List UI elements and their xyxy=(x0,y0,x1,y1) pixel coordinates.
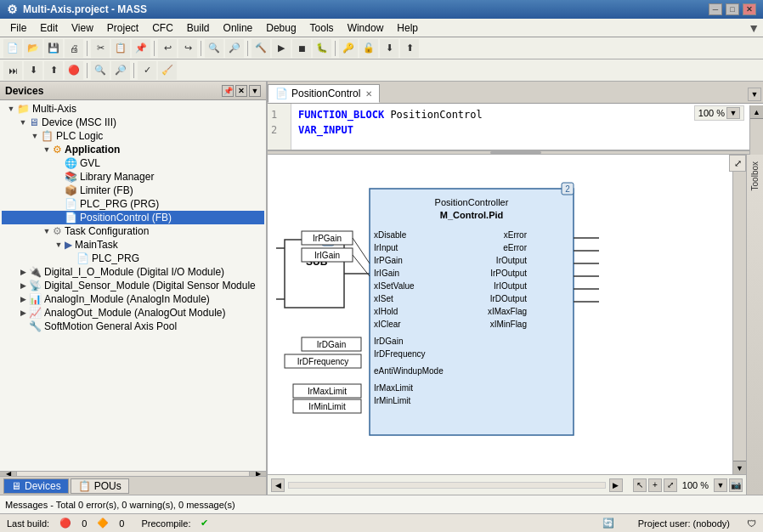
tree-item-application[interactable]: ▼ ⚙ Application xyxy=(2,143,264,156)
menu-tools[interactable]: Tools xyxy=(303,20,341,36)
taskconfig-icon: ⚙ xyxy=(53,225,62,237)
download-button[interactable]: ⬇ xyxy=(380,39,398,58)
tree-item-analogin[interactable]: ▶ 📊 AnalogIn_Module (AnalogIn Module) xyxy=(2,292,264,306)
clean-button[interactable]: 🧹 xyxy=(158,61,177,80)
zoom-dropdown-button[interactable]: ▼ xyxy=(726,107,740,119)
output-eError: eError xyxy=(503,243,527,252)
findreplace-button[interactable]: 🔎 xyxy=(225,39,244,58)
positioncontrol-tab[interactable]: 📄 PositionControl ✕ xyxy=(268,84,380,103)
pous-tab-icon: 📋 xyxy=(78,480,91,492)
expand-digital-sensor[interactable]: ▶ xyxy=(17,280,29,291)
minimize-button[interactable]: ─ xyxy=(709,3,722,15)
devices-tab[interactable]: 🖥 Devices xyxy=(3,478,69,494)
tab-scroll-btn[interactable]: ▼ xyxy=(748,88,761,101)
toolbox-panel[interactable]: Toolbox xyxy=(746,155,763,495)
digital-io-label: Digital_I_O_Module (Digital I/O Module) xyxy=(44,266,224,278)
menu-build[interactable]: Build xyxy=(180,20,217,36)
tree-item-taskconfig[interactable]: ▼ ⚙ Task Configuration xyxy=(2,224,264,238)
expand-analogin[interactable]: ▶ xyxy=(17,293,29,305)
diagram-vscrollbar[interactable]: ▲ ▼ xyxy=(732,155,746,474)
logout-button[interactable]: 🔓 xyxy=(359,39,378,58)
panel-scroll-down[interactable]: ▼ xyxy=(249,85,261,97)
open-button[interactable]: 📂 xyxy=(24,39,42,58)
irmin-label: IrMinLimit xyxy=(308,402,346,411)
bp-button[interactable]: 🔴 xyxy=(65,61,83,80)
expand-taskconfig[interactable]: ▼ xyxy=(41,225,53,237)
zoom-in-diagram-button[interactable]: + xyxy=(648,478,662,492)
copy-button[interactable]: 📋 xyxy=(111,39,130,58)
diagram-zoom-dropdown[interactable]: ▼ xyxy=(714,478,727,492)
cut-button[interactable]: ✂ xyxy=(91,39,110,58)
code-editor[interactable]: FUNCTION_BLOCK PositionControl VAR_INPUT xyxy=(291,104,763,150)
diagram-hscroll-track[interactable] xyxy=(288,482,606,489)
diagram-fit-button[interactable]: ⤢ xyxy=(729,155,746,172)
menu-debug[interactable]: Debug xyxy=(259,20,302,36)
zoom-in-button[interactable]: 🔍 xyxy=(91,61,110,80)
diagram-scroll-right[interactable]: ▶ xyxy=(609,478,623,492)
tree-item-libmanager[interactable]: ▶ 📚 Library Manager xyxy=(2,170,264,184)
tree-item-maintask[interactable]: ▼ ▶ MainTask xyxy=(2,238,264,252)
menu-file[interactable]: File xyxy=(3,20,33,36)
zoom-fit-diagram-button[interactable]: ⤢ xyxy=(664,478,677,492)
tree-item-plcprg2[interactable]: ▶ 📄 PLC_PRG xyxy=(2,252,264,265)
step-out-button[interactable]: ⬆ xyxy=(44,61,63,80)
zoom-out-button[interactable]: 🔎 xyxy=(111,61,130,80)
maximize-button[interactable]: □ xyxy=(726,3,739,15)
upload-button[interactable]: ⬆ xyxy=(400,39,419,58)
expand-multiaxis[interactable]: ▼ xyxy=(5,103,17,115)
tree-item-digital-io[interactable]: ▶ 🔌 Digital_I_O_Module (Digital I/O Modu… xyxy=(2,265,264,279)
toolbox-label[interactable]: Toolbox xyxy=(750,161,760,190)
step-into-button[interactable]: ⬇ xyxy=(24,61,42,80)
panel-close-button[interactable]: ✕ xyxy=(235,85,247,97)
menu-online[interactable]: Online xyxy=(217,20,260,36)
find-button[interactable]: 🔍 xyxy=(205,39,223,58)
expand-maintask[interactable]: ▼ xyxy=(53,239,65,251)
expand-device[interactable]: ▼ xyxy=(17,116,29,128)
cursor-tool-button[interactable]: ↖ xyxy=(633,478,647,492)
tree-item-positioncontrol[interactable]: ▶ 📄 PositionControl (FB) xyxy=(2,211,264,224)
tree-item-multiaxis[interactable]: ▼ 📁 Multi-Axis xyxy=(2,102,264,116)
tree-item-device[interactable]: ▼ 🖥 Device (MSC III) xyxy=(2,116,264,129)
login-button[interactable]: 🔑 xyxy=(339,39,358,58)
close-button[interactable]: ✕ xyxy=(743,3,756,15)
expand-analogout[interactable]: ▶ xyxy=(17,307,29,319)
menu-help[interactable]: Help xyxy=(390,20,425,36)
menu-view[interactable]: View xyxy=(65,20,100,36)
tree-item-plclogic[interactable]: ▼ 📋 PLC Logic xyxy=(2,129,264,143)
code-scroll-up[interactable]: ▲ xyxy=(750,105,763,119)
tree-item-gvl[interactable]: ▶ 🌐 GVL xyxy=(2,156,264,170)
run-button[interactable]: ▶ xyxy=(272,39,291,58)
stop-button[interactable]: ⏹ xyxy=(292,39,311,58)
check-button[interactable]: ✓ xyxy=(138,61,156,80)
undo-button[interactable]: ↩ xyxy=(158,39,177,58)
menu-cfc[interactable]: CFC xyxy=(145,20,180,36)
expand-plclogic[interactable]: ▼ xyxy=(29,130,41,142)
diagram-scroll-left[interactable]: ◀ xyxy=(271,478,285,492)
paste-button[interactable]: 📌 xyxy=(132,39,150,58)
tree-item-digital-sensor[interactable]: ▶ 📡 Digital_Sensor_Module (Digital Senso… xyxy=(2,279,264,292)
print-button[interactable]: 🖨 xyxy=(65,39,83,58)
expand-application[interactable]: ▼ xyxy=(41,144,53,156)
menu-project[interactable]: Project xyxy=(100,20,145,36)
save-button[interactable]: 💾 xyxy=(44,39,63,58)
tree-item-softmotion[interactable]: ▶ 🔧 SoftMotion General Axis Pool xyxy=(2,320,264,333)
menu-window[interactable]: Window xyxy=(341,20,391,36)
tab-close-button[interactable]: ✕ xyxy=(365,89,372,99)
expand-digital-io[interactable]: ▶ xyxy=(17,266,29,278)
tree-item-plcprg[interactable]: ▶ 📄 PLC_PRG (PRG) xyxy=(2,197,264,211)
diagram-scroll-down[interactable]: ▼ xyxy=(733,461,746,474)
menu-edit[interactable]: Edit xyxy=(33,20,65,36)
input-IrIGain: IrIGain xyxy=(374,269,399,278)
new-button[interactable]: 📄 xyxy=(3,39,22,58)
debug-button[interactable]: 🐛 xyxy=(313,39,331,58)
pin-button[interactable]: 📌 xyxy=(222,85,234,97)
tree-item-analogout[interactable]: ▶ 📈 AnalogOut_Module (AnalogOut Module) xyxy=(2,306,264,320)
build-button[interactable]: 🔨 xyxy=(252,39,270,58)
pous-tab[interactable]: 📋 POUs xyxy=(71,478,129,494)
tree-item-limiter[interactable]: ▶ 📦 Limiter (FB) xyxy=(2,184,264,197)
redo-button[interactable]: ↪ xyxy=(178,39,197,58)
device-tree[interactable]: ▼ 📁 Multi-Axis ▼ 🖥 Device (MSC III) ▼ 📋 … xyxy=(0,100,266,471)
step-over-button[interactable]: ⏭ xyxy=(3,61,22,80)
sep2 xyxy=(154,41,155,56)
screenshot-button[interactable]: 📷 xyxy=(729,478,743,492)
